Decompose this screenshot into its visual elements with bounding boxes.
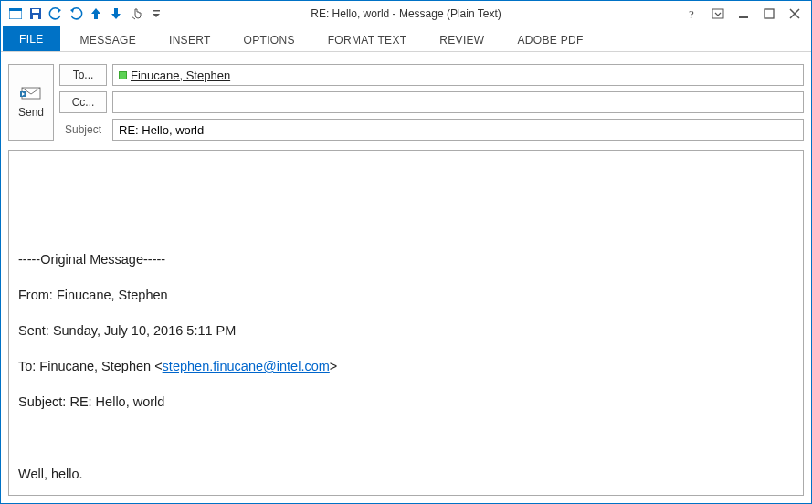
tab-options[interactable]: OPTIONS — [227, 28, 311, 51]
quick-access-toolbar — [5, 6, 167, 21]
tab-review[interactable]: REVIEW — [423, 28, 501, 51]
subject-row: Subject — [59, 119, 804, 141]
save-icon[interactable] — [28, 6, 43, 21]
title-bar: RE: Hello, world - Message (Plain Text) … — [1, 1, 811, 26]
tab-file[interactable]: FILE — [3, 26, 60, 51]
tab-format-text[interactable]: FORMAT TEXT — [311, 28, 424, 51]
subject-field[interactable] — [112, 119, 804, 141]
qat-customize-icon[interactable] — [149, 6, 163, 21]
close-icon[interactable] — [787, 6, 802, 21]
cc-field[interactable] — [112, 91, 804, 113]
up-arrow-icon[interactable] — [89, 6, 103, 21]
message-body[interactable]: -----Original Message----- From: Finucan… — [8, 150, 804, 496]
undo-icon[interactable] — [48, 6, 63, 21]
email-link[interactable]: stephen.finucane@intel.com — [163, 359, 330, 373]
svg-rect-4 — [33, 15, 38, 19]
svg-rect-5 — [153, 10, 160, 12]
svg-rect-3 — [32, 9, 39, 13]
to-button[interactable]: To... — [59, 64, 107, 86]
redo-icon[interactable] — [69, 6, 83, 21]
to-field[interactable]: Finucane, Stephen — [112, 64, 804, 86]
quoted-from: From: Finucane, Stephen — [18, 287, 794, 305]
send-label: Send — [18, 106, 44, 119]
touch-mode-icon[interactable] — [129, 6, 143, 21]
svg-rect-9 — [765, 9, 774, 18]
quoted-subject: Subject: RE: Hello, world — [18, 394, 794, 412]
compose-fields: To... Finucane, Stephen Cc... Subject — [59, 64, 804, 141]
tab-insert[interactable]: INSERT — [153, 28, 227, 51]
cc-row: Cc... — [59, 91, 804, 113]
svg-rect-8 — [739, 16, 748, 18]
minimize-icon[interactable] — [736, 6, 751, 21]
tab-message[interactable]: MESSAGE — [64, 28, 153, 51]
ribbon-display-icon[interactable] — [711, 6, 725, 21]
svg-text:?: ? — [689, 7, 694, 20]
compose-header: Send To... Finucane, Stephen Cc... Subje… — [1, 52, 811, 142]
ribbon-tabs: FILE MESSAGE INSERT OPTIONS FORMAT TEXT … — [1, 26, 811, 52]
send-button[interactable]: Send — [8, 64, 54, 141]
subject-label: Subject — [59, 119, 107, 141]
window-controls: ? — [685, 6, 807, 21]
send-icon — [20, 86, 42, 100]
help-icon[interactable]: ? — [685, 6, 700, 21]
quoted-to: To: Finucane, Stephen <stephen.finucane@… — [18, 358, 794, 376]
maximize-icon[interactable] — [762, 6, 776, 21]
svg-rect-7 — [712, 9, 723, 18]
window-title: RE: Hello, world - Message (Plain Text) — [311, 7, 501, 20]
quoted-body-text: Well, hello. — [18, 466, 794, 484]
down-arrow-icon[interactable] — [109, 6, 123, 21]
window-icon — [8, 6, 23, 21]
recipient-chip[interactable]: Finucane, Stephen — [131, 68, 230, 82]
quoted-divider: -----Original Message----- — [18, 251, 794, 269]
presence-icon — [119, 71, 127, 79]
to-row: To... Finucane, Stephen — [59, 64, 804, 86]
tab-adobe-pdf[interactable]: ADOBE PDF — [501, 28, 599, 51]
svg-rect-1 — [9, 8, 22, 11]
quoted-sent: Sent: Sunday, July 10, 2016 5:11 PM — [18, 322, 794, 341]
cc-button[interactable]: Cc... — [59, 91, 107, 113]
